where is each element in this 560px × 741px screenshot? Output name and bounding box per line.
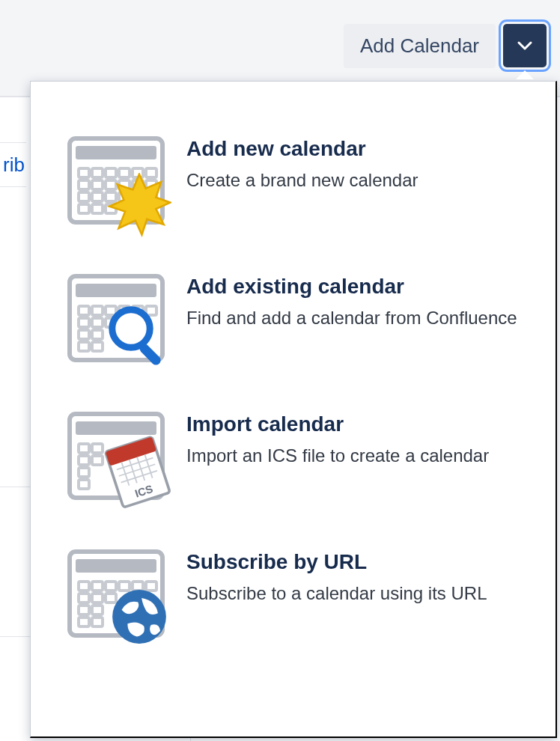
chevron-down-icon	[516, 37, 534, 55]
menu-item-desc: Import an ICS file to create a calendar	[186, 444, 529, 468]
partial-tab[interactable]: rib	[0, 142, 26, 187]
calendar-import-icon: ICS	[67, 409, 165, 502]
calendar-search-icon	[67, 272, 165, 365]
menu-item-title: Add existing calendar	[186, 275, 529, 299]
menu-item-title: Add new calendar	[186, 137, 529, 161]
add-calendar-button[interactable]: Add Calendar	[344, 24, 496, 68]
menu-item-import-calendar[interactable]: ICS Import calendar Import an ICS file t…	[67, 409, 529, 547]
ics-file-icon: ICS	[100, 435, 174, 510]
svg-marker-23	[109, 174, 170, 235]
add-calendar-dropdown: Add new calendar Create a brand new cale…	[30, 81, 557, 738]
svg-rect-40	[138, 342, 162, 367]
svg-rect-1	[76, 146, 156, 159]
calendar-subscribe-icon	[67, 547, 165, 640]
menu-item-add-new-calendar[interactable]: Add new calendar Create a brand new cale…	[67, 134, 529, 272]
menu-item-text: Subscribe by URL Subscribe to a calendar…	[186, 547, 529, 606]
menu-item-text: Add new calendar Create a brand new cale…	[186, 134, 529, 193]
menu-item-desc: Subscribe to a calendar using its URL	[186, 582, 529, 606]
svg-rect-25	[76, 284, 156, 297]
add-calendar-dropdown-toggle[interactable]	[503, 24, 547, 67]
menu-item-text: Add existing calendar Find and add a cal…	[186, 272, 529, 331]
menu-item-subscribe-by-url[interactable]: Subscribe by URL Subscribe to a calendar…	[67, 547, 529, 640]
menu-item-title: Import calendar	[186, 412, 529, 436]
svg-rect-60	[76, 559, 156, 573]
toolbar-actions: Add Calendar	[344, 24, 547, 68]
magnifier-icon	[104, 302, 171, 369]
starburst-icon	[107, 173, 171, 237]
globe-icon	[110, 588, 168, 646]
menu-item-add-existing-calendar[interactable]: Add existing calendar Find and add a cal…	[67, 272, 529, 409]
svg-rect-42	[76, 421, 156, 435]
menu-item-text: Import calendar Import an ICS file to cr…	[186, 409, 529, 469]
menu-item-desc: Create a brand new calendar	[186, 168, 529, 192]
menu-item-title: Subscribe by URL	[186, 550, 529, 574]
dropdown-caret-icon	[516, 70, 534, 79]
svg-point-39	[112, 310, 150, 347]
calendar-new-icon	[67, 134, 165, 227]
menu-item-desc: Find and add a calendar from Confluence	[186, 306, 529, 330]
